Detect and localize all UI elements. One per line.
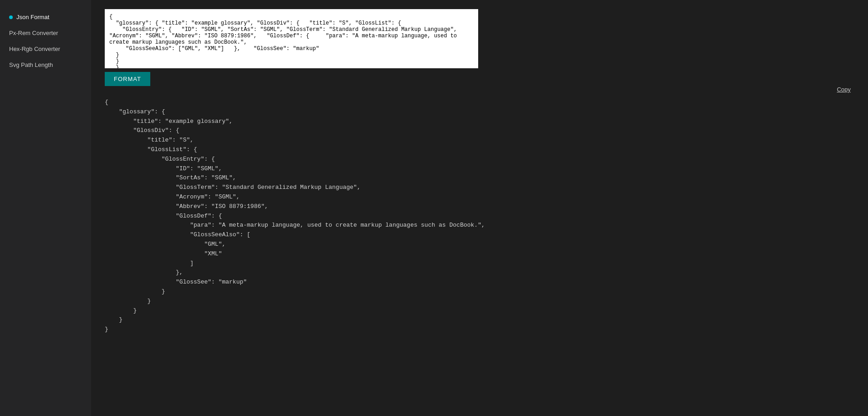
sidebar-item-svg-path[interactable]: Svg Path Length [0,57,91,73]
output-section: Copy { "glossary": { "title": "example g… [105,98,854,335]
format-button[interactable]: FORMAT [105,72,150,86]
sidebar-label-hex-rgb: Hex-Rgb Converter [9,46,60,52]
sidebar: Json FormatPx-Rem ConverterHex-Rgb Conve… [0,0,91,416]
json-input[interactable] [105,9,478,68]
sidebar-item-px-rem[interactable]: Px-Rem Converter [0,25,91,41]
json-output: { "glossary": { "title": "example glossa… [105,98,854,335]
active-dot-icon [9,15,13,19]
sidebar-item-hex-rgb[interactable]: Hex-Rgb Converter [0,41,91,57]
main-content: FORMAT Copy { "glossary": { "title": "ex… [91,0,868,416]
sidebar-label-px-rem: Px-Rem Converter [9,30,58,36]
input-section: FORMAT [105,9,854,86]
sidebar-label-json-format: Json Format [16,14,49,20]
sidebar-label-svg-path: Svg Path Length [9,61,53,68]
sidebar-item-json-format[interactable]: Json Format [0,9,91,25]
copy-button[interactable]: Copy [833,84,854,95]
